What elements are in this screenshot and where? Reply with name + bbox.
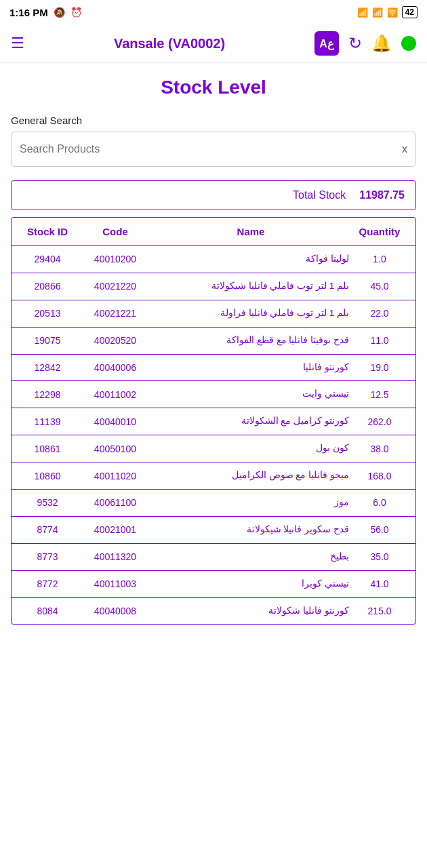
total-stock-label: Total Stock — [293, 189, 346, 201]
cell-quantity: 22.0 — [349, 308, 410, 319]
cell-code: 40011003 — [78, 578, 152, 589]
cell-quantity: 1.0 — [349, 254, 410, 264]
table-row[interactable]: 20513 40021221 بلم 1 لتر توب فاملي فانلي… — [12, 300, 415, 328]
search-input[interactable] — [20, 143, 402, 155]
menu-icon[interactable]: ☰ — [11, 35, 24, 52]
refresh-button[interactable]: ↻ — [348, 34, 362, 53]
table-row[interactable]: 29404 40010200 لوليتا فواكة 1.0 — [12, 246, 415, 273]
cell-quantity: 19.0 — [349, 362, 410, 373]
cell-name: بلم 1 لتر توب فاملي فانليا فراولة — [152, 307, 349, 320]
translate-button[interactable]: Aع — [314, 31, 339, 56]
page-content: Stock Level General Search x Total Stock… — [0, 63, 427, 638]
table-row[interactable]: 12298 40011002 تيستي وايت 12.5 — [12, 381, 415, 408]
cell-code: 40021220 — [78, 281, 152, 292]
cell-quantity: 12.5 — [349, 389, 410, 400]
table-row[interactable]: 10860 40011020 ميجو فانليا مع صوص الكرام… — [12, 462, 415, 490]
alarm-icon: ⏰ — [70, 7, 82, 18]
cell-name: تيستي وايت — [152, 388, 349, 401]
bell-icon: 🔔 — [371, 34, 392, 53]
header-stock-id: Stock ID — [17, 226, 78, 237]
cell-name: لوليتا فواكة — [152, 253, 349, 266]
cell-code: 40020520 — [78, 335, 152, 346]
cell-name: كورنتو كراميل مع الشكولاتة — [152, 415, 349, 428]
cell-name: بلم 1 لتر توب فاملي فانليا شيكولاتة — [152, 280, 349, 293]
refresh-icon: ↻ — [348, 34, 362, 53]
cell-stock-id: 11139 — [17, 416, 78, 427]
wifi-icon2: 🛜 — [387, 7, 398, 18]
table-row[interactable]: 12842 40040006 كورنتو فانليا 19.0 — [12, 355, 415, 382]
status-right: 📶 📶 🛜 42 — [357, 6, 418, 18]
table-row[interactable]: 8773 40011320 بطيخ 35.0 — [12, 544, 415, 571]
total-stock-bar: Total Stock 11987.75 — [11, 180, 416, 210]
cell-name: تيستي كوبرا — [152, 578, 349, 591]
cell-code: 40021221 — [78, 308, 152, 319]
cell-stock-id: 10861 — [17, 443, 78, 454]
cell-code: 40040008 — [78, 606, 152, 616]
cell-quantity: 6.0 — [349, 497, 410, 508]
table-row[interactable]: 8084 40040008 كورنتو فانليا شكولاتة 215.… — [12, 598, 415, 625]
cell-code: 40040010 — [78, 416, 152, 427]
cell-name: موز — [152, 496, 349, 509]
cell-quantity: 35.0 — [349, 551, 410, 562]
cell-name: كون بول — [152, 442, 349, 455]
cell-name: قدح نوفيتا فانليا مع قطع الفواكة — [152, 334, 349, 347]
cell-code: 40010200 — [78, 254, 152, 264]
search-container: x — [11, 132, 416, 167]
cell-quantity: 215.0 — [349, 606, 410, 616]
cell-quantity: 56.0 — [349, 524, 410, 535]
table-row[interactable]: 11139 40040010 كورنتو كراميل مع الشكولات… — [12, 408, 415, 435]
cell-stock-id: 29404 — [17, 254, 78, 264]
table-row[interactable]: 20866 40021220 بلم 1 لتر توب فاملي فانلي… — [12, 273, 415, 300]
cell-stock-id: 8774 — [17, 524, 78, 535]
signal-icon: 📶 — [357, 7, 368, 18]
cell-name: كورنتو فانليا شكولاتة — [152, 605, 349, 618]
cell-quantity: 11.0 — [349, 335, 410, 346]
cell-quantity: 45.0 — [349, 281, 410, 292]
cell-stock-id: 8084 — [17, 606, 78, 616]
mute-icon: 🔕 — [54, 7, 65, 18]
cell-stock-id: 12842 — [17, 362, 78, 373]
cell-name: بطيخ — [152, 551, 349, 564]
total-stock-value: 11987.75 — [359, 189, 405, 201]
cell-code: 40011020 — [78, 471, 152, 481]
search-clear-button[interactable]: x — [402, 143, 407, 155]
cell-stock-id: 8773 — [17, 551, 78, 562]
online-status-dot — [401, 36, 416, 51]
cell-name: ميجو فانليا مع صوص الكراميل — [152, 469, 349, 482]
cell-stock-id: 12298 — [17, 389, 78, 400]
cell-quantity: 38.0 — [349, 443, 410, 454]
table-row[interactable]: 8774 40021001 قدح سكوير فانيلا شيكولاتة … — [12, 517, 415, 544]
table-row[interactable]: 10861 40050100 كون بول 38.0 — [12, 435, 415, 462]
cell-quantity: 168.0 — [349, 471, 410, 481]
search-label: General Search — [11, 115, 416, 126]
header-name: Name — [152, 226, 349, 237]
cell-stock-id: 9532 — [17, 497, 78, 508]
translate-icon: Aع — [314, 31, 339, 56]
cell-code: 40011002 — [78, 389, 152, 400]
battery-indicator: 42 — [402, 6, 418, 18]
cell-code: 40040006 — [78, 362, 152, 373]
table-header: Stock ID Code Name Quantity — [12, 218, 415, 246]
wifi-icon: 📶 — [372, 7, 383, 18]
table-row[interactable]: 9532 40061100 موز 6.0 — [12, 490, 415, 517]
nav-icons: Aع ↻ 🔔 — [314, 31, 416, 56]
top-nav: ☰ Vansale (VA0002) Aع ↻ 🔔 — [0, 24, 427, 63]
stock-table: Stock ID Code Name Quantity 29404 400102… — [11, 217, 416, 625]
table-row[interactable]: 8772 40011003 تيستي كوبرا 41.0 — [12, 571, 415, 598]
table-body: 29404 40010200 لوليتا فواكة 1.0 20866 40… — [12, 246, 415, 624]
time-display: 1:16 PM — [9, 7, 48, 18]
cell-quantity: 41.0 — [349, 578, 410, 589]
cell-code: 40011320 — [78, 551, 152, 562]
cell-stock-id: 20513 — [17, 308, 78, 319]
notification-button[interactable]: 🔔 — [371, 34, 392, 53]
cell-stock-id: 20866 — [17, 281, 78, 292]
app-title: Vansale (VA0002) — [114, 36, 225, 52]
status-time: 1:16 PM 🔕 ⏰ — [9, 7, 82, 18]
header-quantity: Quantity — [349, 226, 410, 237]
cell-code: 40050100 — [78, 443, 152, 454]
status-bar: 1:16 PM 🔕 ⏰ 📶 📶 🛜 42 — [0, 0, 427, 24]
cell-code: 40061100 — [78, 497, 152, 508]
cell-name: كورنتو فانليا — [152, 361, 349, 374]
table-row[interactable]: 19075 40020520 قدح نوفيتا فانليا مع قطع … — [12, 328, 415, 355]
page-title: Stock Level — [11, 77, 416, 98]
